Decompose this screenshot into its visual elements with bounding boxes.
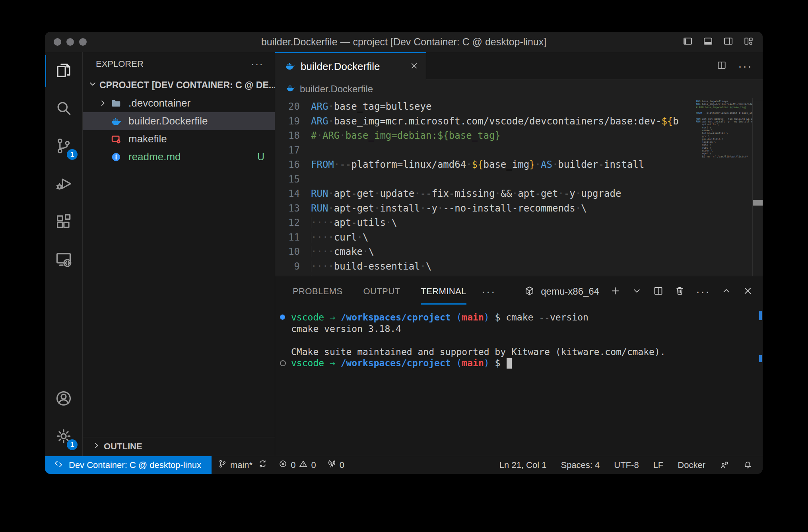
radio-tower-icon xyxy=(327,459,336,471)
command-decoration xyxy=(280,315,291,320)
tab-problems[interactable]: PROBLEMS xyxy=(293,276,342,307)
code-text: ····build-essential·\ xyxy=(311,261,696,272)
breadcrumb-item: builder.Dockerfile xyxy=(300,83,373,95)
git-branch-icon xyxy=(218,459,227,471)
outline-label: OUTLINE xyxy=(104,441,142,452)
line-number: 18 xyxy=(275,130,300,141)
tree-row-makefile[interactable]: makefile xyxy=(83,130,275,148)
code-line[interactable]: 16FROM·--platform=linux/amd64·${base_img… xyxy=(275,157,696,172)
tab-terminal[interactable]: TERMINAL xyxy=(421,276,466,307)
extensions-icon xyxy=(54,212,73,232)
activity-settings[interactable]: 1 xyxy=(45,418,82,456)
activity-accounts[interactable] xyxy=(45,380,82,418)
toggle-panel-icon[interactable] xyxy=(703,36,713,48)
zoom-window-button[interactable] xyxy=(79,38,87,46)
editor-scrollbar[interactable] xyxy=(752,98,763,276)
feedback-icon[interactable] xyxy=(720,460,729,470)
close-panel-icon[interactable] xyxy=(742,285,753,298)
activity-run-debug[interactable] xyxy=(45,165,82,203)
file-label: makefile xyxy=(128,133,167,145)
tab-output[interactable]: OUTPUT xyxy=(363,276,400,307)
close-window-button[interactable] xyxy=(54,38,61,46)
tab-close-icon[interactable] xyxy=(410,61,419,72)
workspace-section-header[interactable]: CPROJECT [DEV CONTAINER: C @ DE... xyxy=(83,76,275,94)
code-line[interactable]: 13RUN·apt-get·install·-y·--no-install-re… xyxy=(275,201,696,216)
ports-indicator[interactable]: 0 xyxy=(327,459,344,471)
remote-indicator[interactable]: Dev Container: C @ desktop-linux xyxy=(45,456,212,474)
chevron-down-icon xyxy=(87,79,98,91)
outline-section-header[interactable]: OUTLINE xyxy=(83,437,275,456)
tab-builder-dockerfile[interactable]: builder.Dockerfile xyxy=(275,52,426,80)
line-number: 16 xyxy=(275,159,300,170)
code-line[interactable]: 20ARG·base_tag=bullseye xyxy=(275,99,696,114)
breadcrumb[interactable]: builder.Dockerfile xyxy=(275,80,763,98)
activity-search[interactable] xyxy=(45,90,82,128)
warning-icon xyxy=(299,459,308,471)
tree-row-readme-md[interactable]: readme.mdU xyxy=(83,148,275,166)
code-line[interactable]: 11····curl·\ xyxy=(275,230,696,245)
code-line[interactable]: 10····cmake·\ xyxy=(275,245,696,259)
code-line[interactable]: 19ARG·base_img=mcr.microsoft.com/vscode/… xyxy=(275,114,696,129)
code-line[interactable]: 12····apt-utils·\ xyxy=(275,216,696,230)
window-title: builder.Dockerfile — cproject [Dev Conta… xyxy=(261,36,546,48)
split-editor-icon[interactable] xyxy=(717,60,727,72)
activity-source-control[interactable]: 1 xyxy=(45,128,82,165)
error-icon xyxy=(278,459,287,471)
eol-indicator[interactable]: LF xyxy=(653,460,664,470)
editor-scrollbar-thumb[interactable] xyxy=(753,200,763,206)
line-number: 11 xyxy=(275,232,300,243)
panel-more-tabs-icon[interactable]: ··· xyxy=(482,290,496,293)
code-line[interactable]: 15 xyxy=(275,172,696,187)
line-number: 14 xyxy=(275,188,300,199)
activity-remote-explorer[interactable] xyxy=(45,241,82,279)
terminal-launch-profile-icon[interactable] xyxy=(631,285,642,298)
indentation-indicator[interactable]: Spaces: 4 xyxy=(561,460,600,470)
panel-more-actions-icon[interactable]: ··· xyxy=(696,290,710,293)
kill-terminal-icon[interactable] xyxy=(674,285,685,298)
chevron-right-icon xyxy=(91,441,101,453)
activity-explorer[interactable] xyxy=(45,52,82,90)
code-text: #·ARG·base_img=debian:${base_tag} xyxy=(311,130,696,141)
code-editor[interactable]: 20ARG·base_tag=bullseye19ARG·base_img=mc… xyxy=(275,98,763,276)
problems-indicator[interactable]: 0 0 xyxy=(278,459,316,471)
new-terminal-icon[interactable] xyxy=(610,285,621,298)
editor-more-actions-icon[interactable]: ··· xyxy=(738,64,752,68)
code-line[interactable]: 18#·ARG·base_img=debian:${base_tag} xyxy=(275,128,696,143)
toggle-secondary-sidebar-icon[interactable] xyxy=(723,36,734,48)
tree-row--devcontainer[interactable]: .devcontainer xyxy=(83,94,275,112)
notifications-bell-icon[interactable] xyxy=(743,460,752,470)
run-debug-icon xyxy=(54,175,73,194)
code-text: ····curl·\ xyxy=(311,232,696,243)
terminal-profile-icon xyxy=(524,285,535,298)
editor-group: builder.Dockerfile ··· builder.Dockerfil… xyxy=(275,52,763,276)
file-label: .devcontainer xyxy=(128,97,190,109)
terminal-scroll-decoration xyxy=(759,355,762,362)
terminal-instance-label[interactable]: qemu-x86_64 xyxy=(541,286,599,297)
branch-indicator[interactable]: main* xyxy=(218,459,267,471)
title-bar[interactable]: builder.Dockerfile — cproject [Dev Conta… xyxy=(45,32,763,52)
cursor-position[interactable]: Ln 21, Col 1 xyxy=(499,460,547,470)
customize-layout-icon[interactable] xyxy=(743,36,754,48)
code-text: ····apt-utils·\ xyxy=(311,217,696,228)
sync-icon[interactable] xyxy=(258,459,267,471)
minimap[interactable]: ARG base_tag=bullseyeARG base_img=mcr.mi… xyxy=(696,98,753,276)
terminal-content[interactable]: vscode → /workspaces/cproject (main) $ c… xyxy=(275,307,763,456)
language-mode-indicator[interactable]: Docker xyxy=(678,460,705,470)
chevron-right-icon xyxy=(98,98,111,108)
activity-bar: 1 1 xyxy=(45,52,83,456)
code-line[interactable]: 14RUN·apt-get·update·--fix-missing·&&·ap… xyxy=(275,186,696,201)
toggle-primary-sidebar-icon[interactable] xyxy=(682,36,693,48)
tab-bar: builder.Dockerfile ··· xyxy=(275,52,763,80)
code-line[interactable]: 17 xyxy=(275,143,696,158)
maximize-panel-icon[interactable] xyxy=(721,285,732,298)
encoding-indicator[interactable]: UTF-8 xyxy=(614,460,639,470)
code-line[interactable]: 9····build-essential·\ xyxy=(275,259,696,274)
branch-name: main* xyxy=(230,460,252,470)
minimize-window-button[interactable] xyxy=(66,38,74,46)
file-tree: .devcontainerbuilder.Dockerfilemakefiler… xyxy=(83,94,275,166)
activity-extensions[interactable] xyxy=(45,203,82,241)
tree-row-builder-dockerfile[interactable]: builder.Dockerfile xyxy=(83,112,275,130)
bottom-panel: PROBLEMS OUTPUT TERMINAL ··· qemu-x86_64… xyxy=(275,276,763,456)
explorer-more-actions-icon[interactable]: ··· xyxy=(251,62,264,66)
split-terminal-icon[interactable] xyxy=(653,285,664,298)
